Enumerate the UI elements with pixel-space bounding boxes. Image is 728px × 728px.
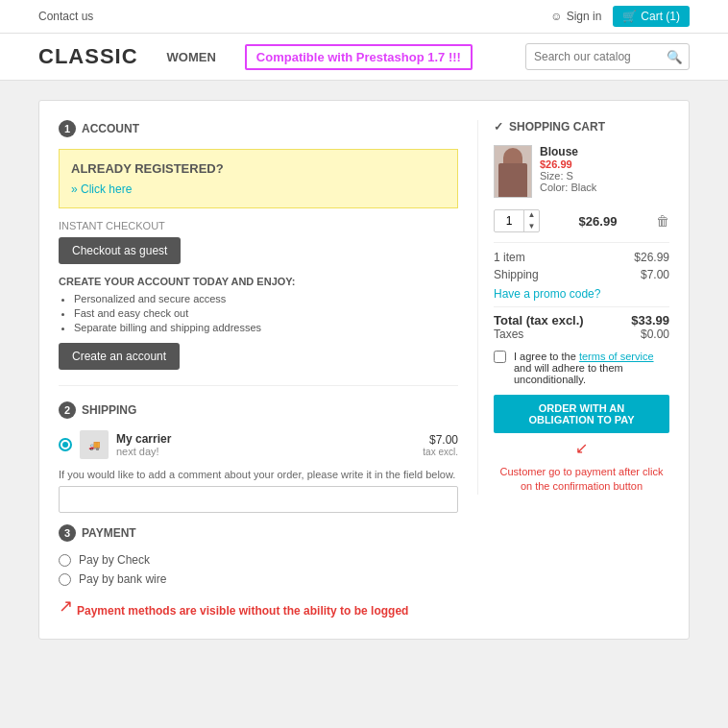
cart-title: ✓ SHOPPING CART	[494, 120, 669, 133]
qty-input[interactable]	[495, 214, 523, 228]
cart-item-color: Color: Black	[540, 182, 669, 193]
summary-items-label: 1 item	[494, 251, 525, 264]
checkout-container: 1 ACCOUNT ALREADY REGISTERED? » Click he…	[38, 100, 690, 640]
cart-section: ✓ SHOPPING CART Blouse $26.99 Size: S Co…	[477, 120, 669, 495]
nav-women[interactable]: WOMEN	[167, 50, 216, 64]
contact-link[interactable]: Contact us	[38, 10, 93, 23]
header: CLASSIC WOMEN Compatible with Prestashop…	[0, 34, 728, 81]
comment-input[interactable]	[59, 486, 458, 513]
promo-link[interactable]: Have a promo code?	[494, 287, 669, 301]
account-step-num: 1	[59, 120, 76, 137]
terms-text: I agree to the terms of service and will…	[514, 351, 669, 385]
search-button[interactable]: 🔍	[661, 46, 689, 68]
qty-down-button[interactable]: ▼	[523, 221, 539, 232]
payment-radio-wire[interactable]	[59, 573, 71, 586]
comment-note: If you would like to add a comment about…	[59, 469, 458, 480]
carrier-price: $7.00 tax excl.	[423, 433, 458, 457]
account-section-title: 1 ACCOUNT	[59, 120, 458, 137]
taxes-label: Taxes	[494, 328, 523, 341]
summary-shipping-row: Shipping $7.00	[494, 268, 669, 281]
cart-qty-row: ▲ ▼ $26.99 🗑	[494, 209, 669, 232]
carrier-name: My carrier	[116, 432, 415, 446]
already-registered-title: ALREADY REGISTERED?	[71, 161, 446, 176]
account-title: ACCOUNT	[82, 122, 139, 135]
payment-section-title: 3 PAYMENT	[59, 524, 458, 542]
carrier-radio[interactable]	[59, 438, 72, 451]
qty-up-button[interactable]: ▲	[523, 209, 539, 221]
payment-radio-check[interactable]	[59, 554, 71, 567]
carrier-option: 🚚 My carrier next day! $7.00 tax excl.	[59, 430, 458, 459]
summary-items-row: 1 item $26.99	[494, 251, 669, 264]
cart-item: Blouse $26.99 Size: S Color: Black	[494, 145, 669, 198]
carrier-icon: 🚚	[80, 430, 109, 459]
shipping-step-num: 2	[59, 401, 76, 419]
shipping-title: SHIPPING	[82, 403, 136, 417]
compatible-badge: Compatible with Prestashop 1.7 !!!	[245, 44, 473, 70]
create-account-button[interactable]: Create an account	[59, 343, 180, 370]
payment-wire-label: Pay by bank wire	[79, 572, 166, 586]
payment-check-label: Pay by Check	[79, 553, 150, 567]
summary-shipping-value: $7.00	[641, 268, 669, 281]
cart-item-size: Size: S	[540, 170, 669, 182]
terms-row: I agree to the terms of service and will…	[494, 351, 669, 385]
features-list: Personalized and secure access Fast and …	[59, 293, 458, 333]
logo: CLASSIC	[38, 44, 138, 69]
cart-total-row: Total (tax excl.) $33.99	[494, 306, 669, 328]
checkout-guest-button[interactable]: Checkout as guest	[59, 237, 181, 264]
order-button[interactable]: ORDER WITH AN OBLIGATION TO PAY	[494, 395, 669, 433]
qty-buttons: ▲ ▼	[523, 209, 539, 232]
cart-item-total: $26.99	[579, 214, 618, 229]
create-account-label: CREATE YOUR ACCOUNT TODAY AND ENJOY:	[59, 276, 458, 287]
shipping-section: 2 SHIPPING 🚚 My carrier next day! $7.00 …	[59, 401, 458, 513]
page-wrapper: Contact us ☺ Sign in 🛒 Cart (1) CLASSIC …	[0, 0, 728, 728]
cart-taxes-row: Taxes $0.00	[494, 328, 669, 341]
qty-control: ▲ ▼	[494, 209, 540, 232]
signin-link[interactable]: ☺ Sign in	[550, 10, 601, 23]
payment-section: 3 PAYMENT Pay by Check Pay by bank wire …	[59, 524, 458, 619]
feature-item: Separate billing and shipping addresses	[74, 322, 458, 333]
summary-shipping-label: Shipping	[494, 268, 539, 281]
terms-link[interactable]: terms of service	[579, 351, 654, 362]
down-arrow-icon: ↙	[575, 439, 588, 457]
terms-checkbox[interactable]	[494, 351, 506, 363]
cart-item-image	[494, 145, 532, 198]
click-here-link[interactable]: » Click here	[71, 182, 132, 196]
user-icon: ☺	[550, 10, 562, 23]
search-icon: 🔍	[667, 50, 683, 64]
top-bar: Contact us ☺ Sign in 🛒 Cart (1)	[0, 0, 728, 34]
taxes-value: $0.00	[641, 328, 669, 341]
main-content: 1 ACCOUNT ALREADY REGISTERED? » Click he…	[0, 81, 728, 659]
cart-item-price: $26.99	[540, 158, 669, 170]
search-input[interactable]	[526, 46, 661, 67]
cart-icon: 🛒	[622, 10, 637, 23]
customer-note: Customer go to payment after click on th…	[494, 465, 669, 495]
total-value: $33.99	[631, 313, 669, 328]
carrier-delivery: next day!	[116, 446, 415, 457]
payment-note: Payment methods are visible without the …	[77, 603, 408, 619]
cart-item-details: Blouse $26.99 Size: S Color: Black	[540, 145, 669, 198]
shipping-section-title: 2 SHIPPING	[59, 401, 458, 419]
top-bar-right: ☺ Sign in 🛒 Cart (1)	[550, 6, 690, 27]
feature-item: Fast and easy check out	[74, 307, 458, 319]
cart-item-name: Blouse	[540, 145, 669, 158]
search-bar: 🔍	[525, 43, 690, 70]
right-column: ✓ SHOPPING CART Blouse $26.99 Size: S Co…	[477, 120, 669, 619]
delete-item-button[interactable]: 🗑	[656, 213, 669, 229]
already-registered-box: ALREADY REGISTERED? » Click here	[59, 149, 458, 208]
red-arrow-icon: ↗	[59, 595, 73, 617]
section-divider	[59, 385, 458, 386]
carrier-details: My carrier next day!	[116, 432, 415, 457]
cart-button[interactable]: 🛒 Cart (1)	[613, 6, 690, 27]
left-column: 1 ACCOUNT ALREADY REGISTERED? » Click he…	[59, 120, 458, 619]
cart-summary: 1 item $26.99 Shipping $7.00 Have a prom…	[494, 242, 669, 341]
summary-items-value: $26.99	[634, 251, 669, 264]
payment-title: PAYMENT	[82, 526, 136, 540]
cart-icon-title: ✓	[494, 120, 503, 133]
instant-checkout-label: INSTANT CHECKOUT	[59, 220, 458, 231]
account-section: 1 ACCOUNT ALREADY REGISTERED? » Click he…	[59, 120, 458, 370]
total-label: Total (tax excl.)	[494, 313, 584, 328]
feature-item: Personalized and secure access	[74, 293, 458, 304]
payment-option-check: Pay by Check	[59, 553, 458, 567]
payment-step-num: 3	[59, 524, 76, 542]
payment-option-wire: Pay by bank wire	[59, 572, 458, 586]
